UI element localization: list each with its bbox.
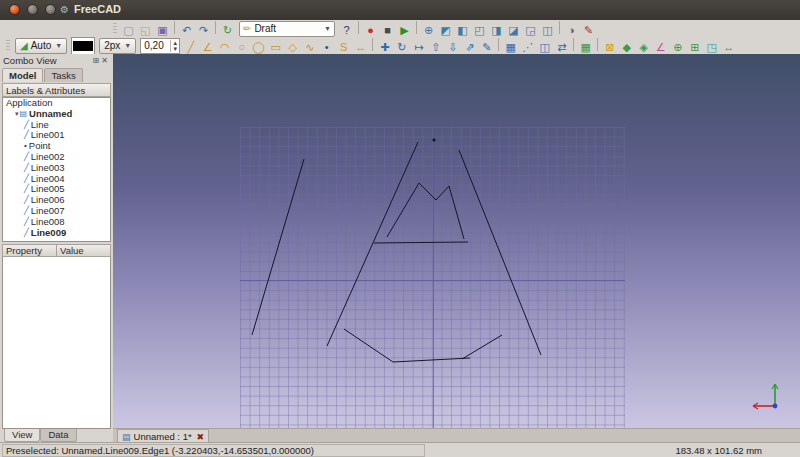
draft-trimex-icon[interactable]: ↦ — [411, 40, 426, 55]
window-minimize-button[interactable] — [27, 4, 38, 15]
draft-path-array-icon[interactable]: ⋰ — [520, 40, 535, 55]
tree-item-line009[interactable]: ╱Line009 — [3, 228, 110, 239]
tab-view[interactable]: View — [4, 429, 40, 442]
tree-item-line008[interactable]: ╱Line008 — [3, 217, 110, 228]
draft-line-icon[interactable]: ╱ — [183, 40, 198, 55]
sketch-line-edge-7[interactable] — [374, 242, 468, 243]
tree-item-line003[interactable]: ╱Line003 — [3, 163, 110, 174]
draft-polygon-icon[interactable]: ◇ — [285, 40, 300, 55]
toolbar-handle[interactable] — [6, 40, 10, 52]
draft-point-icon[interactable]: • — [319, 40, 334, 55]
document-icon: ▤ — [122, 432, 131, 442]
fit-all-icon[interactable]: ⊕ — [421, 23, 436, 38]
macro-record-icon[interactable]: ● — [363, 23, 378, 38]
save-document-icon[interactable]: ▣ — [155, 23, 170, 38]
close-tab-icon[interactable]: ✖ — [197, 432, 205, 442]
refresh-icon[interactable]: ↻ — [220, 23, 235, 38]
redo-icon[interactable]: ↷ — [196, 23, 211, 38]
tab-data[interactable]: Data — [40, 429, 76, 442]
sketch-view-icon[interactable]: ✎ — [581, 23, 596, 38]
spinbox-arrows[interactable]: ▲▼ — [170, 40, 179, 52]
sketch-line-edge-6[interactable] — [449, 186, 464, 239]
toggle-grid-icon[interactable]: ▦ — [578, 40, 593, 55]
draft-rotate-icon[interactable]: ↻ — [394, 40, 409, 55]
line-width-value: 2px — [104, 40, 120, 51]
status-bar: Preselected: Unnamed.Line009.Edge1 (-3.2… — [0, 442, 800, 457]
property-table-body[interactable] — [2, 257, 111, 429]
line-color-swatch[interactable] — [71, 37, 95, 55]
draft-dimension-icon[interactable]: ↔ — [353, 40, 368, 55]
scale-spinbox[interactable]: 0,20 ▲▼ — [140, 38, 180, 54]
snap-endpoint-icon[interactable]: ◆ — [619, 40, 634, 55]
new-document-icon[interactable]: ▢ — [121, 23, 136, 38]
draft-edit-icon[interactable]: ✎ — [479, 40, 494, 55]
sketch-line-edge-4[interactable] — [419, 183, 436, 200]
tab-tasks[interactable]: Tasks — [44, 68, 82, 82]
expander-icon[interactable]: ▾ — [15, 109, 19, 120]
3d-viewport[interactable] — [113, 54, 800, 429]
document-tab-unnamed[interactable]: ▤ Unnamed : 1* ✖ — [117, 429, 209, 443]
float-panel-icon[interactable]: ⊞ — [93, 56, 102, 65]
line-icon: ╱ — [24, 152, 29, 163]
snap-grid-icon[interactable]: ⊞ — [687, 40, 702, 55]
sketch-line-edge-0[interactable] — [252, 159, 304, 335]
undo-icon[interactable]: ↶ — [179, 23, 194, 38]
rear-view-icon[interactable]: ◪ — [506, 23, 521, 38]
sketch-line-edge-2[interactable] — [459, 150, 541, 355]
draft-shapestring-icon[interactable]: S — [336, 40, 351, 55]
tree-item-line001[interactable]: ╱Line001 — [3, 130, 110, 141]
draft-scale-icon[interactable]: ⇗ — [462, 40, 477, 55]
window-maximize-button[interactable] — [45, 4, 56, 15]
snap-midpoint-icon[interactable]: ◈ — [636, 40, 651, 55]
workbench-selector[interactable]: ✏ Draft ▼ — [239, 21, 335, 37]
tree-item-label: Line009 — [31, 228, 66, 239]
draft-bspline-icon[interactable]: ∿ — [302, 40, 317, 55]
sketch-line-edge-3[interactable] — [387, 183, 419, 237]
sketch-point[interactable] — [432, 138, 435, 141]
tab-model[interactable]: Model — [2, 68, 43, 82]
front-view-icon[interactable]: ◧ — [455, 23, 470, 38]
draft-clone-icon[interactable]: ◫ — [537, 40, 552, 55]
snap-lock-icon[interactable]: ⊠ — [602, 40, 617, 55]
snap-working-plane-icon[interactable]: ◳ — [704, 40, 719, 55]
draw-style-icon[interactable]: ◑ — [564, 23, 579, 38]
sketch-line-edge-10[interactable] — [393, 358, 470, 362]
draft-array-icon[interactable]: ▦ — [503, 40, 518, 55]
snap-angle-icon[interactable]: ∠ — [653, 40, 668, 55]
draft-polyline-icon[interactable]: ∠ — [200, 40, 215, 55]
draft-to-sketch-icon[interactable]: ⇄ — [554, 40, 569, 55]
sketch-drawing-canvas[interactable] — [113, 54, 800, 429]
close-panel-icon[interactable]: ✕ — [101, 56, 110, 65]
right-view-icon[interactable]: ◨ — [489, 23, 504, 38]
draft-downgrade-icon[interactable]: ⇩ — [445, 40, 460, 55]
window-close-button[interactable] — [9, 4, 20, 15]
scale-value: 0,20 — [144, 40, 170, 51]
view-toolbar-icons: ?●■▶⊕◩◧◰◨◪◲◫◑✎ — [338, 20, 597, 38]
sketch-line-edge-5[interactable] — [436, 186, 449, 200]
sketch-line-edge-9[interactable] — [462, 335, 502, 359]
open-document-icon[interactable]: ◱ — [138, 23, 153, 38]
tree-item-label: Line008 — [31, 217, 65, 228]
top-view-icon[interactable]: ◰ — [472, 23, 487, 38]
toolbar-separator — [559, 21, 560, 34]
draft-upgrade-icon[interactable]: ⇧ — [428, 40, 443, 55]
macro-stop-icon[interactable]: ■ — [380, 23, 395, 38]
whats-this-icon[interactable]: ? — [339, 23, 354, 38]
draft-arc-icon[interactable]: ◠ — [217, 40, 232, 55]
macro-play-icon[interactable]: ▶ — [397, 23, 412, 38]
line-width-select[interactable]: 2px ▼ — [99, 38, 136, 54]
tree-item-unnamed[interactable]: ▾▤Unnamed — [3, 109, 110, 120]
working-plane-button[interactable]: ◢ Auto ▼ — [15, 38, 67, 54]
axonometric-view-icon[interactable]: ◩ — [438, 23, 453, 38]
draft-move-icon[interactable]: ✚ — [377, 40, 392, 55]
snap-dimensions-icon[interactable]: ↔ — [721, 40, 736, 55]
draft-rectangle-icon[interactable]: ▭ — [268, 40, 283, 55]
toolbar-handle[interactable] — [113, 23, 117, 35]
bottom-view-icon[interactable]: ◲ — [523, 23, 538, 38]
sketch-line-edge-8[interactable] — [344, 329, 393, 362]
sketch-line-edge-1[interactable] — [327, 142, 418, 346]
draft-ellipse-icon[interactable]: ◯ — [251, 40, 266, 55]
left-view-icon[interactable]: ◫ — [540, 23, 555, 38]
draft-circle-icon[interactable]: ○ — [234, 40, 249, 55]
snap-center-icon[interactable]: ⊕ — [670, 40, 685, 55]
